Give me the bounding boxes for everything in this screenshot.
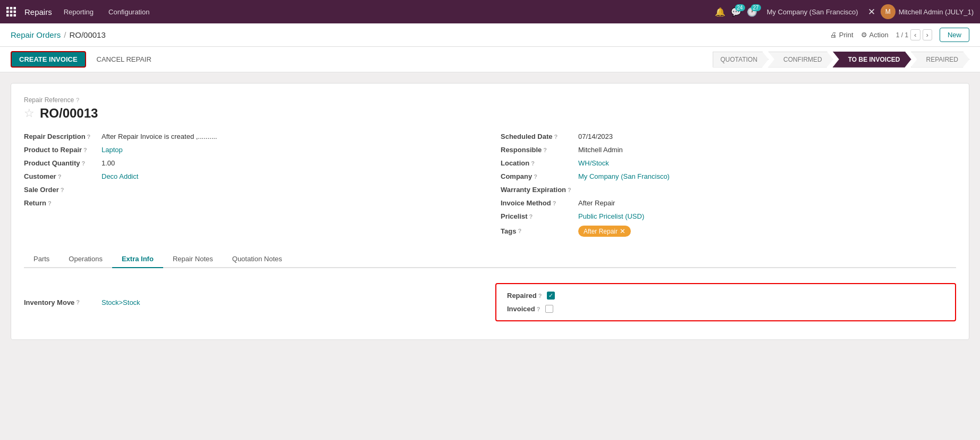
help-product-quantity: ? xyxy=(81,160,85,167)
label-repair-description: Repair Description ? xyxy=(24,132,98,140)
value-company[interactable]: My Company (San Francisco) xyxy=(578,172,670,180)
star-icon[interactable]: ☆ xyxy=(24,106,35,120)
nav-configuration[interactable]: Configuration xyxy=(105,6,153,18)
value-location[interactable]: WH/Stock xyxy=(578,159,609,167)
value-product-to-repair[interactable]: Laptop xyxy=(102,146,123,154)
print-label: Print xyxy=(839,31,854,39)
tab-parts[interactable]: Parts xyxy=(24,251,59,268)
clock-badge: 27 xyxy=(751,4,761,11)
action-bar: CREATE INVOICE CANCEL REPAIR QUOTATION C… xyxy=(0,47,980,72)
form-row-product-quantity: Product Quantity ? 1.00 xyxy=(24,159,479,167)
tab-operations[interactable]: Operations xyxy=(59,251,112,268)
gear-icon: ⚙ xyxy=(861,31,867,39)
status-bar: QUOTATION CONFIRMED TO BE INVOICED REPAI… xyxy=(713,52,970,68)
tag-after-repair: After Repair ✕ xyxy=(578,226,631,237)
svg-rect-2 xyxy=(14,7,16,10)
tag-label: After Repair xyxy=(584,228,618,235)
label-invoiced: Invoiced ? xyxy=(507,305,540,313)
repair-ref-help: ? xyxy=(76,97,79,103)
repair-title: ☆ RO/00013 xyxy=(24,106,956,121)
action-button[interactable]: ⚙ Action xyxy=(861,31,889,39)
form-left-column: Repair Description ? After Repair Invoic… xyxy=(24,132,479,242)
app-grid-icon[interactable] xyxy=(6,7,16,16)
repair-ref-label: Repair Reference ? xyxy=(24,96,956,104)
nav-reporting[interactable]: Reporting xyxy=(61,6,97,18)
svg-rect-3 xyxy=(6,11,9,13)
print-icon: 🖨 xyxy=(830,31,837,39)
label-scheduled-date: Scheduled Date ? xyxy=(501,132,575,140)
company-name: My Company (San Francisco) xyxy=(767,8,858,16)
form-right-column: Scheduled Date ? 07/14/2023 Responsible … xyxy=(501,132,956,242)
value-pricelist[interactable]: Public Pricelist (USD) xyxy=(578,212,644,220)
svg-rect-8 xyxy=(14,14,16,17)
breadcrumb: Repair Orders / RO/00013 xyxy=(11,30,106,39)
svg-rect-1 xyxy=(10,7,13,10)
form-row-scheduled-date: Scheduled Date ? 07/14/2023 xyxy=(501,132,956,140)
svg-rect-7 xyxy=(10,14,13,17)
checkbox-repaired[interactable]: ✓ xyxy=(547,292,555,300)
pager-prev[interactable]: ‹ xyxy=(910,29,920,40)
tab-content-extra-info: Inventory Move ? Stock>Stock Repaired ? … xyxy=(24,268,956,327)
form-row-product-to-repair: Product to Repair ? Laptop xyxy=(24,146,479,154)
user-name: Mitchell Admin (JULY_1) xyxy=(899,8,974,16)
tag-remove-icon[interactable]: ✕ xyxy=(620,227,626,235)
chat-badge: 24 xyxy=(735,4,745,11)
secondary-bar: Repair Orders / RO/00013 🖨 Print ⚙ Actio… xyxy=(0,23,980,47)
label-pricelist: Pricelist ? xyxy=(501,212,575,220)
form-fields-grid: Repair Description ? After Repair Invoic… xyxy=(24,132,956,242)
settings-icon[interactable]: ✕ xyxy=(868,6,875,18)
value-repair-description: After Repair Invoice is created ,.......… xyxy=(102,132,217,140)
label-sale-order: Sale Order ? xyxy=(24,186,98,194)
tab-quotation-notes[interactable]: Quotation Notes xyxy=(223,251,292,268)
user-menu[interactable]: M Mitchell Admin (JULY_1) xyxy=(881,4,974,19)
pager-next[interactable]: › xyxy=(923,29,932,40)
breadcrumb-parent[interactable]: Repair Orders xyxy=(11,30,61,39)
value-inventory-move[interactable]: Stock>Stock xyxy=(102,298,140,306)
bell-icon[interactable]: 🔔 xyxy=(715,7,725,17)
form-row-responsible: Responsible ? Mitchell Admin xyxy=(501,146,956,154)
app-name: Repairs xyxy=(24,7,52,16)
label-product-quantity: Product Quantity ? xyxy=(24,159,98,167)
clock-icon[interactable]: 🕐 27 xyxy=(747,7,757,17)
label-tags: Tags ? xyxy=(501,227,575,235)
print-button[interactable]: 🖨 Print xyxy=(830,31,854,39)
form-row-repair-description: Repair Description ? After Repair Invoic… xyxy=(24,132,479,140)
form-row-warranty: Warranty Expiration ? xyxy=(501,186,956,194)
avatar: M xyxy=(881,4,895,19)
status-repaired[interactable]: REPAIRED xyxy=(911,52,969,68)
status-quotation[interactable]: QUOTATION xyxy=(713,52,769,68)
extra-info-inventory-move: Inventory Move ? Stock>Stock xyxy=(24,283,485,321)
checkbox-invoiced[interactable] xyxy=(545,305,553,313)
svg-rect-0 xyxy=(6,7,9,10)
invoiced-row: Invoiced ? xyxy=(507,305,944,313)
create-invoice-button[interactable]: CREATE INVOICE xyxy=(11,51,86,68)
breadcrumb-sep: / xyxy=(64,30,66,39)
status-to-be-invoiced[interactable]: TO BE INVOICED xyxy=(833,52,911,68)
top-icons: 🔔 💬 24 🕐 27 My Company (San Francisco) ✕… xyxy=(715,4,974,19)
label-customer: Customer ? xyxy=(24,172,98,180)
cancel-repair-button[interactable]: CANCEL REPAIR xyxy=(91,52,157,67)
new-button[interactable]: New xyxy=(940,28,969,42)
extra-info-grid: Inventory Move ? Stock>Stock Repaired ? … xyxy=(24,278,956,327)
value-invoice-method: After Repair xyxy=(578,199,615,207)
help-repair-description: ? xyxy=(87,134,91,140)
help-invoiced: ? xyxy=(537,306,540,312)
pager: 1 / 1 ‹ › xyxy=(896,29,932,40)
value-product-quantity: 1.00 xyxy=(102,159,115,167)
svg-rect-5 xyxy=(14,11,16,13)
chat-icon[interactable]: 💬 24 xyxy=(731,7,741,17)
action-label: Action xyxy=(869,31,889,39)
label-responsible: Responsible ? xyxy=(501,146,575,154)
tab-extra-info[interactable]: Extra Info xyxy=(112,251,163,268)
tab-repair-notes[interactable]: Repair Notes xyxy=(163,251,223,268)
page-content: Repair Reference ? ☆ RO/00013 Repair Des… xyxy=(0,72,980,357)
form-row-location: Location ? WH/Stock xyxy=(501,159,956,167)
extra-info-checkboxes: Repaired ? ✓ Invoiced ? xyxy=(495,283,956,321)
value-customer[interactable]: Deco Addict xyxy=(102,172,138,180)
help-product-to-repair: ? xyxy=(83,147,87,153)
status-confirmed[interactable]: CONFIRMED xyxy=(768,52,833,68)
form-row-invoice-method: Invoice Method ? After Repair xyxy=(501,199,956,207)
label-location: Location ? xyxy=(501,159,575,167)
form-row-pricelist: Pricelist ? Public Pricelist (USD) xyxy=(501,212,956,220)
help-customer: ? xyxy=(58,173,62,180)
